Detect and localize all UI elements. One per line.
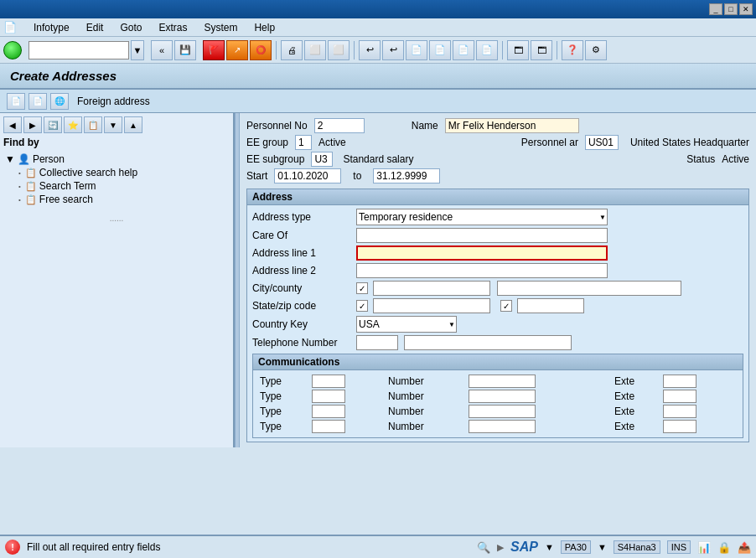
close-button[interactable]: ✕ [739, 3, 753, 15]
city-row: City/county ✓ [252, 281, 743, 296]
nav-up[interactable]: ▲ [124, 116, 142, 133]
nav-down[interactable]: ▼ [104, 116, 122, 133]
tb-btn-7[interactable]: 📄 [453, 40, 474, 60]
menu-extras[interactable]: Extras [155, 20, 190, 35]
page-title: Create Addresses [10, 69, 117, 83]
personnel-ar-value: US01 [585, 135, 619, 150]
address-type-row: Address type Temporary residence Permane… [252, 209, 743, 225]
nav-back[interactable]: ◀ [3, 116, 22, 133]
address-line1-input[interactable] [356, 245, 608, 261]
country-select[interactable]: USA CAN GBR [356, 316, 457, 333]
type-input-4[interactable] [312, 420, 345, 433]
city-input[interactable] [373, 281, 490, 296]
tb-btn-6[interactable]: 📄 [429, 40, 451, 60]
maximize-button[interactable]: □ [724, 3, 738, 15]
exte-input-4[interactable] [663, 420, 696, 433]
command-input[interactable] [28, 41, 129, 59]
address-type-label: Address type [252, 211, 353, 223]
nav-favorite[interactable]: ⭐ [64, 116, 82, 133]
number-input-1[interactable] [469, 375, 536, 388]
state-checkbox[interactable]: ✓ [356, 300, 368, 312]
address-line2-input[interactable] [356, 263, 608, 278]
tree-collective-search[interactable]: • 📋 Collective search help [17, 166, 230, 179]
dropdown-button[interactable]: ▼ [131, 40, 144, 60]
status-message: Fill out all required entry fields [27, 541, 160, 553]
tag-arrow: ▼ [598, 542, 607, 552]
number-input-3[interactable] [469, 405, 536, 418]
confirm-button[interactable] [3, 41, 22, 59]
tree-children: • 📋 Collective search help • 📋 Search Te… [3, 166, 230, 206]
telephone-area[interactable] [356, 335, 398, 350]
tb-btn-1[interactable]: ⬜ [304, 40, 326, 60]
tb-btn-2[interactable]: ⬜ [328, 40, 350, 60]
tb-btn-3[interactable]: ↩ [359, 40, 381, 60]
city-county-label: City/county [252, 282, 353, 294]
personnel-no-label: Personnel No [246, 120, 308, 132]
sub-btn-1[interactable]: 📄 [7, 93, 25, 110]
menu-goto[interactable]: Goto [117, 20, 145, 35]
state-input[interactable] [373, 298, 490, 313]
name-label: Name [412, 120, 438, 132]
sub-btn-2[interactable]: 📄 [28, 93, 47, 110]
orange-arrow-button[interactable]: ↗ [226, 40, 248, 60]
tb-btn-4[interactable]: ↩ [382, 40, 404, 60]
nav-refresh[interactable]: 🔄 [44, 116, 62, 133]
exte-input-1[interactable] [663, 375, 696, 388]
type-input-1[interactable] [312, 375, 345, 388]
config-button[interactable]: ⚙ [585, 40, 607, 60]
number-input-2[interactable] [469, 390, 536, 403]
info-row-1: Personnel No 2 Name Mr Felix Henderson [246, 118, 749, 133]
right-panel: Personnel No 2 Name Mr Felix Henderson E… [240, 113, 756, 447]
number-label-1: Number [388, 375, 424, 387]
minimize-button[interactable]: _ [709, 3, 722, 15]
lock-icon: 🔒 [717, 541, 731, 554]
tree-person-root[interactable]: ▼ 👤 Person [3, 152, 230, 166]
print-button[interactable]: 🖨 [281, 40, 303, 60]
zip-checkbox[interactable]: ✓ [500, 300, 512, 312]
telephone-num[interactable] [404, 335, 572, 350]
save-button[interactable]: 💾 [174, 40, 196, 60]
address-line1-row: Address line 1 [252, 245, 743, 261]
exte-input-3[interactable] [663, 405, 696, 418]
exte-label-1: Exte [614, 375, 634, 387]
orange-circle-button[interactable]: ⭕ [250, 40, 272, 60]
sub-btn-globe[interactable]: 🌐 [50, 93, 69, 110]
back-nav-button[interactable]: « [151, 40, 173, 60]
nav-forward[interactable]: ▶ [23, 116, 42, 133]
search-term-label: Search Term [39, 180, 96, 192]
find-by-label: Find by [3, 137, 230, 148]
menu-help[interactable]: Help [251, 20, 278, 35]
city2-input[interactable] [497, 281, 681, 296]
state-zip-row: State/zip code ✓ ✓ [252, 298, 743, 313]
red-flag-button[interactable]: 🚩 [203, 40, 225, 60]
tree-search-term[interactable]: • 📋 Search Term [17, 179, 230, 193]
help-button[interactable]: ❓ [562, 40, 583, 60]
toolbar-divider [276, 41, 277, 59]
number-input-4[interactable] [469, 420, 536, 433]
nav-history[interactable]: 📋 [84, 116, 102, 133]
menu-infotype[interactable]: Infotype [30, 20, 73, 35]
type-input-3[interactable] [312, 405, 345, 418]
zip-input[interactable] [517, 298, 584, 313]
address-type-select[interactable]: Temporary residence Permanent residence … [356, 209, 608, 225]
tb-btn-5[interactable]: 📄 [406, 40, 427, 60]
exte-label-4: Exte [614, 421, 634, 432]
start-value: 01.10.2020 [274, 168, 341, 183]
address-line1-label: Address line 1 [252, 247, 353, 259]
type-input-2[interactable] [312, 390, 345, 403]
tb-btn-8[interactable]: 📄 [476, 40, 498, 60]
status-tag-ins: INS [667, 540, 691, 554]
tree-free-search[interactable]: • 📋 Free search [17, 193, 230, 206]
menu-system[interactable]: System [200, 20, 241, 35]
menu-edit[interactable]: Edit [83, 20, 107, 35]
window-btn-1[interactable]: 🗔 [507, 40, 529, 60]
care-of-input[interactable] [356, 228, 608, 243]
city-checkbox[interactable]: ✓ [356, 282, 368, 294]
exte-input-2[interactable] [663, 390, 696, 403]
comm-row-3: Type Number Exte [258, 404, 738, 419]
person-icon: 👤 [18, 153, 30, 165]
window-btn-2[interactable]: 🗔 [531, 40, 552, 60]
exte-label-2: Exte [614, 390, 634, 402]
title-bar: _ □ ✕ [0, 0, 756, 18]
start-label: Start [246, 170, 267, 182]
